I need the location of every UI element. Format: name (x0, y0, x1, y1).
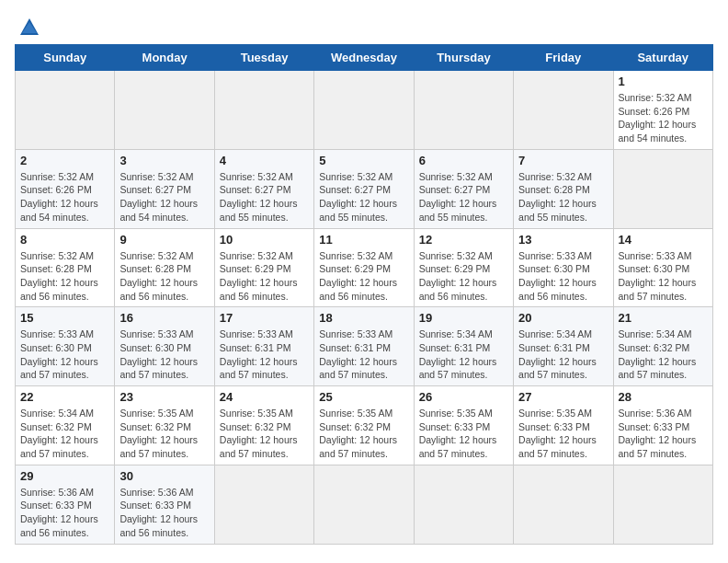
calendar-cell-day-30: 30 Sunrise: 5:36 AMSunset: 6:33 PMDaylig… (115, 465, 214, 544)
day-number: 29 (20, 469, 109, 483)
day-info: Sunrise: 5:35 AMSunset: 6:32 PMDaylight:… (319, 408, 397, 459)
weekday-header-monday: Monday (115, 45, 214, 71)
calendar-cell-empty (314, 465, 414, 544)
calendar-cell-day-12: 12 Sunrise: 5:32 AMSunset: 6:29 PMDaylig… (414, 228, 513, 307)
svg-marker-1 (22, 22, 37, 33)
day-info: Sunrise: 5:36 AMSunset: 6:33 PMDaylight:… (20, 487, 98, 538)
day-number: 8 (20, 233, 109, 247)
day-info: Sunrise: 5:32 AMSunset: 6:27 PMDaylight:… (319, 171, 397, 223)
weekday-header-thursday: Thursday (414, 45, 513, 71)
day-number: 22 (20, 390, 109, 404)
calendar-week-row: 29 Sunrise: 5:36 AMSunset: 6:33 PMDaylig… (16, 465, 713, 544)
day-number: 10 (220, 233, 309, 247)
calendar-cell-empty (514, 71, 613, 150)
weekday-header-friday: Friday (514, 45, 613, 71)
day-number: 19 (419, 311, 508, 325)
weekday-header-wednesday: Wednesday (314, 45, 414, 71)
day-number: 24 (220, 390, 309, 404)
day-number: 13 (518, 233, 608, 247)
calendar-cell-day-4: 4 Sunrise: 5:32 AMSunset: 6:27 PMDayligh… (214, 149, 313, 228)
day-number: 20 (518, 311, 608, 325)
calendar-cell-day-2: 2 Sunrise: 5:32 AMSunset: 6:26 PMDayligh… (16, 149, 115, 228)
calendar-cell-day-23: 23 Sunrise: 5:35 AMSunset: 6:32 PMDaylig… (115, 386, 214, 465)
weekday-header-sunday: Sunday (16, 45, 115, 71)
day-number: 11 (319, 233, 408, 247)
logo-icon (17, 15, 42, 40)
calendar-cell-day-28: 28 Sunrise: 5:36 AMSunset: 6:33 PMDaylig… (613, 386, 712, 465)
calendar-cell-day-26: 26 Sunrise: 5:35 AMSunset: 6:33 PMDaylig… (414, 386, 513, 465)
calendar-cell-day-10: 10 Sunrise: 5:32 AMSunset: 6:29 PMDaylig… (214, 228, 313, 307)
day-number: 23 (119, 390, 209, 404)
day-number: 9 (119, 233, 209, 247)
day-info: Sunrise: 5:35 AMSunset: 6:33 PMDaylight:… (518, 408, 597, 459)
calendar-cell-empty (414, 71, 513, 150)
calendar-week-row: 1 Sunrise: 5:32 AMSunset: 6:26 PMDayligh… (16, 71, 713, 150)
day-info: Sunrise: 5:32 AMSunset: 6:26 PMDaylight:… (619, 92, 697, 144)
calendar-cell-day-21: 21 Sunrise: 5:34 AMSunset: 6:32 PMDaylig… (613, 307, 712, 386)
day-number: 28 (619, 390, 708, 404)
calendar-cell-day-3: 3 Sunrise: 5:32 AMSunset: 6:27 PMDayligh… (115, 149, 214, 228)
calendar-cell-day-13: 13 Sunrise: 5:33 AMSunset: 6:30 PMDaylig… (514, 228, 613, 307)
calendar-cell-day-11: 11 Sunrise: 5:32 AMSunset: 6:29 PMDaylig… (314, 228, 414, 307)
day-info: Sunrise: 5:32 AMSunset: 6:28 PMDaylight:… (518, 171, 597, 223)
calendar-cell-day-7: 7 Sunrise: 5:32 AMSunset: 6:28 PMDayligh… (514, 149, 613, 228)
day-number: 4 (220, 154, 309, 167)
day-info: Sunrise: 5:34 AMSunset: 6:31 PMDaylight:… (518, 328, 597, 380)
calendar-cell-empty (115, 71, 214, 150)
calendar-cell-day-25: 25 Sunrise: 5:35 AMSunset: 6:32 PMDaylig… (314, 386, 414, 465)
day-info: Sunrise: 5:36 AMSunset: 6:33 PMDaylight:… (619, 408, 697, 459)
day-info: Sunrise: 5:36 AMSunset: 6:33 PMDaylight:… (119, 487, 198, 538)
day-number: 5 (319, 154, 408, 167)
day-number: 6 (419, 154, 508, 167)
calendar-cell-day-19: 19 Sunrise: 5:34 AMSunset: 6:31 PMDaylig… (414, 307, 513, 386)
day-info: Sunrise: 5:32 AMSunset: 6:29 PMDaylight:… (319, 250, 397, 302)
calendar-cell-day-17: 17 Sunrise: 5:33 AMSunset: 6:31 PMDaylig… (214, 307, 313, 386)
day-number: 2 (20, 154, 109, 167)
day-info: Sunrise: 5:33 AMSunset: 6:31 PMDaylight:… (319, 328, 397, 380)
calendar-cell-day-24: 24 Sunrise: 5:35 AMSunset: 6:32 PMDaylig… (214, 386, 313, 465)
day-number: 12 (419, 233, 508, 247)
day-info: Sunrise: 5:33 AMSunset: 6:31 PMDaylight:… (220, 328, 298, 380)
weekday-header-tuesday: Tuesday (214, 45, 313, 71)
calendar-cell-day-14: 14 Sunrise: 5:33 AMSunset: 6:30 PMDaylig… (613, 228, 712, 307)
day-number: 15 (20, 311, 109, 325)
day-info: Sunrise: 5:32 AMSunset: 6:28 PMDaylight:… (20, 250, 98, 302)
day-info: Sunrise: 5:32 AMSunset: 6:27 PMDaylight:… (119, 171, 198, 223)
calendar-week-row: 8 Sunrise: 5:32 AMSunset: 6:28 PMDayligh… (16, 228, 713, 307)
calendar-cell-day-1: 1 Sunrise: 5:32 AMSunset: 6:26 PMDayligh… (613, 71, 712, 150)
day-number: 16 (119, 311, 209, 325)
day-number: 7 (518, 154, 608, 167)
calendar-cell-day-22: 22 Sunrise: 5:34 AMSunset: 6:32 PMDaylig… (16, 386, 115, 465)
calendar-cell-empty (214, 465, 313, 544)
day-info: Sunrise: 5:32 AMSunset: 6:26 PMDaylight:… (20, 171, 98, 223)
day-info: Sunrise: 5:34 AMSunset: 6:32 PMDaylight:… (619, 328, 697, 380)
day-number: 26 (419, 390, 508, 404)
calendar-cell-empty (314, 71, 414, 150)
day-info: Sunrise: 5:33 AMSunset: 6:30 PMDaylight:… (619, 250, 697, 302)
calendar-cell-empty (214, 71, 313, 150)
day-info: Sunrise: 5:34 AMSunset: 6:32 PMDaylight:… (20, 408, 98, 459)
day-number: 30 (119, 469, 209, 483)
day-info: Sunrise: 5:35 AMSunset: 6:32 PMDaylight:… (119, 408, 198, 459)
calendar-cell-day-29: 29 Sunrise: 5:36 AMSunset: 6:33 PMDaylig… (16, 465, 115, 544)
logo (15, 15, 42, 35)
day-info: Sunrise: 5:33 AMSunset: 6:30 PMDaylight:… (119, 328, 198, 380)
calendar-week-row: 22 Sunrise: 5:34 AMSunset: 6:32 PMDaylig… (16, 386, 713, 465)
page-header (15, 15, 713, 35)
calendar-week-row: 15 Sunrise: 5:33 AMSunset: 6:30 PMDaylig… (16, 307, 713, 386)
day-number: 25 (319, 390, 408, 404)
day-number: 17 (220, 311, 309, 325)
calendar-cell-day-20: 20 Sunrise: 5:34 AMSunset: 6:31 PMDaylig… (514, 307, 613, 386)
calendar-cell-empty (613, 149, 712, 228)
calendar-cell-day-9: 9 Sunrise: 5:32 AMSunset: 6:28 PMDayligh… (115, 228, 214, 307)
weekday-header-saturday: Saturday (613, 45, 712, 71)
day-info: Sunrise: 5:33 AMSunset: 6:30 PMDaylight:… (20, 328, 98, 380)
day-info: Sunrise: 5:32 AMSunset: 6:29 PMDaylight:… (220, 250, 298, 302)
calendar-cell-day-16: 16 Sunrise: 5:33 AMSunset: 6:30 PMDaylig… (115, 307, 214, 386)
calendar-cell-empty (613, 465, 712, 544)
day-info: Sunrise: 5:32 AMSunset: 6:27 PMDaylight:… (419, 171, 497, 223)
day-number: 1 (619, 75, 708, 88)
day-info: Sunrise: 5:32 AMSunset: 6:28 PMDaylight:… (119, 250, 198, 302)
calendar-cell-empty (16, 71, 115, 150)
day-number: 3 (119, 154, 209, 167)
